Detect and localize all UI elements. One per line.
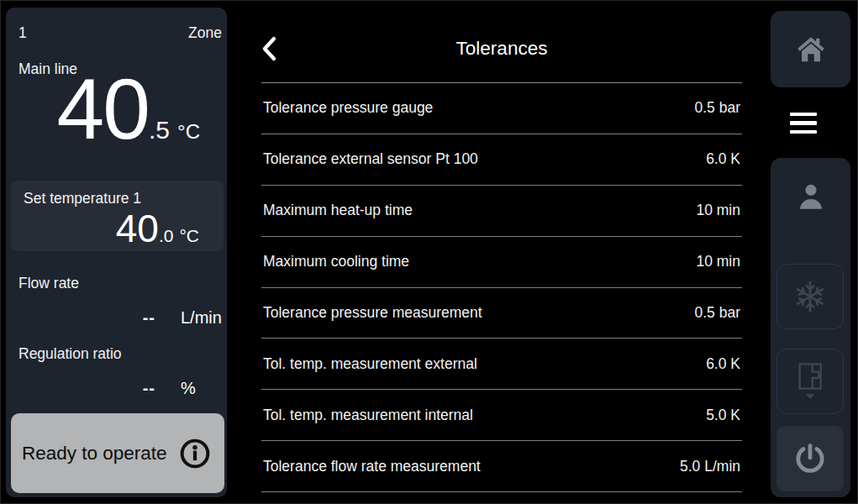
tolerance-value: 6.0 K: [706, 150, 740, 168]
power-icon: [792, 441, 828, 476]
tolerance-value: 5.0 L/min: [680, 458, 740, 475]
home-button[interactable]: [796, 34, 826, 65]
tolerance-row[interactable]: Tolerance flow rate measurement 5.0 L/mi…: [261, 441, 742, 492]
regulation-ratio-unit: %: [181, 380, 227, 396]
tolerance-label: Tolerance external sensor Pt 100: [263, 150, 478, 168]
tolerance-value: 10 min: [696, 202, 740, 219]
status-banner[interactable]: Ready to operate: [11, 413, 224, 493]
set-temperature-value: 40 .0 °C: [24, 209, 224, 248]
cooling-button[interactable]: [776, 264, 844, 329]
main-temp-unit: °C: [177, 122, 200, 142]
nav-group-top: [771, 11, 850, 87]
zone-label: Zone: [188, 24, 222, 42]
tolerance-row[interactable]: Tol. temp. measurement internal 5.0 K: [261, 390, 742, 441]
set-temperature-tile[interactable]: Set temperature 1 40 .0 °C: [11, 181, 224, 251]
valve-icon: [793, 360, 827, 402]
tolerance-value: 6.0 K: [706, 355, 740, 373]
regulation-ratio-block: Regulation ratio -- %: [6, 345, 227, 396]
snowflake-icon: [792, 278, 829, 315]
nav-rail: [771, 0, 850, 504]
set-temp-decimal: .0: [159, 227, 174, 244]
tolerance-label: Tolerance flow rate measurement: [263, 458, 481, 475]
tolerance-row[interactable]: Tolerance external sensor Pt 100 6.0 K: [261, 134, 742, 186]
user-button[interactable]: [771, 175, 850, 218]
tolerance-value: 0.5 bar: [695, 99, 740, 117]
tolerances-page: Tolerances Tolerance pressure gauge 0.5 …: [238, 0, 763, 504]
nav-group-bottom: [771, 158, 850, 497]
tolerance-value: 0.5 bar: [695, 304, 740, 322]
power-button[interactable]: [776, 426, 844, 491]
main-temp-decimal: .5: [149, 118, 170, 143]
main-temperature: 40 .5 °C: [6, 66, 227, 160]
tolerance-label: Maximum cooling time: [263, 253, 409, 270]
set-temp-integer: 40: [116, 209, 159, 248]
page-title: Tolerances: [261, 38, 742, 60]
tolerance-label: Tolerance pressure measurement: [263, 304, 482, 322]
tolerance-row[interactable]: Maximum heat-up time 10 min: [261, 186, 742, 237]
tolerance-label: Tol. temp. measurement external: [263, 355, 477, 373]
tolerance-row[interactable]: Tol. temp. measurement external 6.0 K: [261, 339, 742, 390]
main-temp-integer: 40: [57, 66, 149, 152]
valve-button[interactable]: [776, 349, 844, 414]
tolerance-label: Maximum heat-up time: [263, 202, 413, 219]
tolerance-value: 10 min: [696, 253, 740, 270]
user-icon: [794, 180, 828, 213]
tolerance-row[interactable]: Maximum cooling time 10 min: [261, 237, 742, 288]
flow-rate-label: Flow rate: [6, 275, 227, 292]
regulation-ratio-label: Regulation ratio: [6, 345, 227, 363]
tolerance-label: Tolerance pressure gauge: [263, 99, 433, 117]
regulation-ratio-value: --: [143, 380, 155, 396]
tolerance-row[interactable]: Tolerance pressure measurement 0.5 bar: [261, 288, 742, 339]
zone-panel: 1 Zone Main line 40 .5 °C Set temperatur…: [6, 8, 227, 497]
tolerance-value: 5.0 K: [706, 407, 740, 424]
set-temp-unit: °C: [179, 227, 199, 244]
flow-rate-unit: L/min: [181, 309, 227, 326]
tolerance-label: Tol. temp. measurement internal: [263, 407, 473, 424]
info-icon[interactable]: [179, 438, 211, 470]
flow-rate-block: Flow rate -- L/min: [6, 275, 227, 326]
tolerance-row[interactable]: Tolerance pressure gauge 0.5 bar: [261, 83, 742, 134]
home-icon: [796, 34, 826, 65]
tolerance-list: Tolerance pressure gauge 0.5 bar Toleran…: [261, 82, 742, 492]
menu-button[interactable]: [761, 90, 846, 156]
zone-header: 1 Zone: [6, 8, 227, 42]
zone-number: 1: [18, 24, 27, 42]
set-temperature-label: Set temperature 1: [24, 190, 224, 207]
status-label: Ready to operate: [22, 443, 167, 465]
hmi-screen: 1 Zone Main line 40 .5 °C Set temperatur…: [0, 0, 858, 504]
flow-rate-value: --: [143, 309, 155, 326]
